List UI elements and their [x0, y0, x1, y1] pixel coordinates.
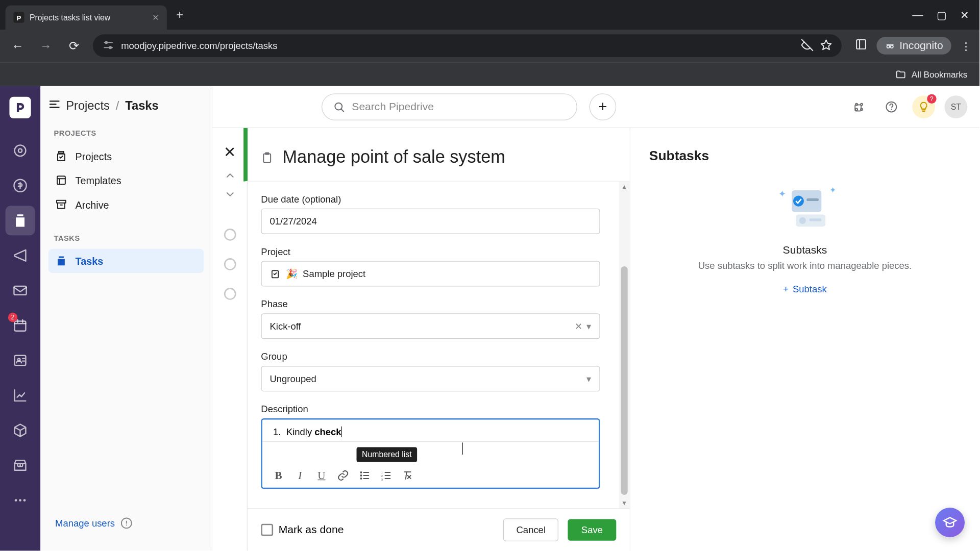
bookmarks-bar: All Bookmarks	[0, 62, 979, 86]
visibility-off-icon[interactable]	[801, 39, 814, 53]
browser-tab-strip: P Projects tasks list view × + — ▢ ✕	[0, 0, 979, 30]
new-tab-button[interactable]: +	[176, 8, 183, 22]
numbered-list-button[interactable]: 123	[378, 467, 395, 484]
manage-users-label: Manage users	[55, 518, 115, 529]
rail-contacts-icon[interactable]	[6, 345, 35, 375]
description-editor[interactable]: 1. Kindly check Numbered list B I	[261, 418, 600, 489]
phase-select[interactable]: Kick-off ✕ ▾	[261, 313, 600, 339]
rail-insights-icon[interactable]	[6, 381, 35, 410]
scrollbar[interactable]: ▲ ▼	[619, 182, 630, 509]
underline-button[interactable]: U	[313, 467, 330, 484]
clear-icon[interactable]: ✕	[575, 321, 583, 332]
search-input[interactable]: Search Pipedrive	[322, 93, 577, 120]
forward-button[interactable]: →	[36, 39, 55, 53]
minimize-icon[interactable]: —	[912, 8, 923, 21]
sidebar-item-label: Templates	[76, 174, 121, 186]
bold-button[interactable]: B	[271, 467, 287, 484]
task-checkbox-ghost[interactable]	[224, 288, 236, 300]
rail-projects-icon[interactable]	[6, 206, 35, 235]
mark-done-checkbox[interactable]	[261, 524, 273, 536]
quick-add-button[interactable]: +	[590, 93, 617, 120]
svg-point-37	[360, 478, 361, 479]
sidebar-item-label: Archive	[76, 198, 109, 210]
help-fab[interactable]	[935, 508, 965, 537]
svg-point-30	[861, 103, 863, 105]
svg-rect-14	[15, 321, 26, 331]
rail-campaigns-icon[interactable]	[6, 241, 35, 270]
plus-icon: +	[783, 284, 789, 294]
detail-gutter: ✕	[212, 128, 248, 550]
bookmark-star-icon[interactable]	[820, 39, 832, 53]
manage-users-link[interactable]: Manage users	[48, 517, 132, 530]
back-button[interactable]: ←	[8, 39, 27, 53]
empty-title: Subtasks	[649, 244, 961, 256]
bullet-list-button[interactable]	[357, 467, 373, 484]
task-checkbox-ghost[interactable]	[224, 229, 236, 241]
extensions-icon[interactable]	[848, 95, 871, 118]
group-select[interactable]: Ungrouped ▾	[261, 366, 600, 391]
rich-text-toolbar: Numbered list B I U 123	[271, 466, 591, 483]
rail-badge: 2	[8, 313, 17, 322]
sidebar-item-templates[interactable]: Templates	[48, 168, 204, 192]
sidebar-item-archive[interactable]: Archive	[48, 192, 204, 216]
browser-tab[interactable]: P Projects tasks list view ×	[6, 6, 167, 30]
svg-rect-54	[809, 218, 821, 221]
breadcrumb-parent[interactable]: Projects	[66, 98, 110, 112]
due-date-input[interactable]: 01/27/2024	[261, 209, 600, 234]
form-footer: Mark as done Cancel Save	[248, 508, 630, 550]
chevron-down-icon[interactable]: ▾	[586, 321, 591, 332]
svg-rect-23	[57, 176, 65, 184]
app-top-bar: Search Pipedrive + ? ST	[212, 86, 979, 128]
rail-leads-icon[interactable]	[6, 136, 35, 165]
browser-menu-icon[interactable]: ⋮	[961, 39, 971, 52]
sidebar-item-tasks[interactable]: Tasks	[48, 249, 204, 273]
party-icon: 🎉	[286, 268, 297, 279]
task-checkbox-ghost[interactable]	[224, 258, 236, 270]
sales-assistant-icon[interactable]: ?	[912, 95, 935, 118]
add-subtask-button[interactable]: + Subtask	[783, 284, 826, 294]
app-rail: 2	[0, 86, 40, 551]
close-window-icon[interactable]: ✕	[960, 8, 969, 21]
cancel-button[interactable]: Cancel	[504, 518, 559, 541]
address-bar[interactable]: moodjoy.pipedrive.com/projects/tasks	[93, 34, 842, 57]
sidebar-collapse-icon[interactable]	[48, 98, 61, 113]
rail-products-icon[interactable]	[6, 416, 35, 445]
chevron-down-icon[interactable]: ▾	[586, 373, 591, 384]
rail-deals-icon[interactable]	[6, 171, 35, 201]
svg-point-53	[799, 217, 805, 224]
project-input[interactable]: 🎉 Sample project	[261, 261, 600, 286]
scrollbar-thumb[interactable]	[621, 266, 628, 495]
app-logo[interactable]	[9, 97, 31, 118]
clipboard-check-icon	[270, 268, 281, 279]
reload-button[interactable]: ⟳	[65, 38, 84, 53]
rail-mail-icon[interactable]	[6, 276, 35, 305]
maximize-icon[interactable]: ▢	[937, 8, 947, 21]
link-button[interactable]	[335, 467, 351, 484]
group-value: Ungrouped	[270, 373, 316, 384]
close-detail-icon[interactable]: ✕	[224, 144, 236, 161]
description-text: Kindly	[286, 427, 314, 437]
clear-format-button[interactable]	[400, 467, 416, 484]
incognito-label: Incognito	[899, 40, 943, 52]
rail-activities-icon[interactable]: 2	[6, 311, 35, 340]
save-button[interactable]: Save	[568, 519, 616, 540]
subtasks-panel: Subtasks ✦ ✦	[630, 128, 979, 550]
add-subtask-label: Subtask	[793, 284, 827, 294]
svg-point-35	[360, 472, 361, 473]
user-avatar[interactable]: ST	[944, 95, 967, 118]
help-icon[interactable]	[880, 95, 903, 118]
sidebar-item-projects[interactable]: Projects	[48, 144, 204, 168]
rail-marketplace-icon[interactable]	[6, 450, 35, 480]
incognito-badge[interactable]: Incognito	[876, 37, 951, 54]
next-task-icon[interactable]	[224, 188, 236, 203]
italic-button[interactable]: I	[292, 467, 308, 484]
close-tab-icon[interactable]: ×	[153, 11, 159, 23]
window-controls: — ▢ ✕	[912, 8, 979, 21]
scroll-up-icon[interactable]: ▲	[619, 182, 630, 192]
scroll-down-icon[interactable]: ▼	[619, 497, 630, 508]
prev-task-icon[interactable]	[224, 169, 236, 184]
rail-more-icon[interactable]	[6, 486, 35, 515]
all-bookmarks-link[interactable]: All Bookmarks	[912, 69, 967, 80]
site-settings-icon[interactable]	[102, 39, 114, 53]
side-panel-icon[interactable]	[855, 38, 867, 53]
